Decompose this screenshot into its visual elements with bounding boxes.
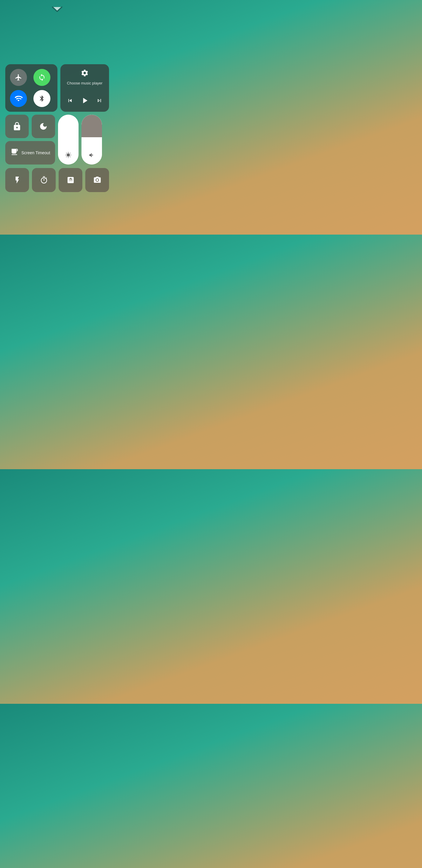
airplane-mode-button[interactable] — [10, 69, 27, 86]
timer-button[interactable] — [32, 168, 56, 192]
music-gear-icon — [80, 69, 89, 79]
music-play-button[interactable] — [80, 96, 89, 107]
volume-bg — [82, 115, 102, 137]
control-center: Choose music player — [0, 64, 114, 192]
small-controls-column: Screen Timeout — [5, 115, 55, 164]
controls-sliders-row: Screen Timeout — [5, 115, 109, 164]
calculator-button[interactable] — [59, 168, 83, 192]
connectivity-panel — [5, 64, 58, 112]
brightness-icon — [65, 152, 71, 160]
volume-fill — [82, 137, 102, 165]
music-header: Choose music player — [67, 69, 102, 85]
bluetooth-button[interactable] — [33, 90, 51, 107]
camera-button[interactable] — [85, 168, 109, 192]
music-prev-button[interactable] — [66, 97, 74, 105]
screen-timeout-label: Screen Timeout — [22, 150, 50, 155]
flashlight-button[interactable] — [5, 168, 29, 192]
portrait-lock-button[interactable] — [5, 115, 29, 138]
connectivity-music-row: Choose music player — [5, 64, 109, 112]
sliders-column — [58, 115, 109, 164]
screen-timeout-icon — [10, 148, 19, 158]
screen-timeout-button[interactable]: Screen Timeout — [5, 141, 55, 164]
do-not-disturb-button[interactable] — [32, 115, 55, 138]
music-next-button[interactable] — [95, 97, 103, 105]
choose-music-player-label: Choose music player — [67, 81, 102, 85]
wifi-button[interactable] — [10, 90, 27, 107]
quick-actions-row — [5, 168, 109, 192]
volume-slider[interactable] — [82, 115, 102, 164]
small-buttons-row — [5, 115, 55, 138]
music-controls — [66, 96, 103, 107]
music-player-panel: Choose music player — [60, 64, 109, 112]
brightness-slider[interactable] — [58, 115, 78, 164]
rotation-lock-button[interactable] — [33, 69, 51, 86]
volume-icon — [89, 152, 95, 160]
collapse-chevron[interactable] — [52, 5, 62, 14]
